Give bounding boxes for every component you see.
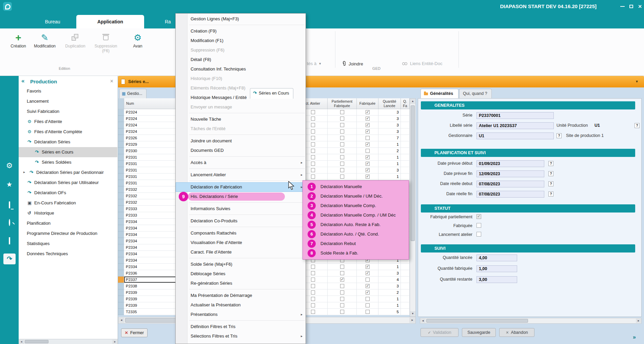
- menu-item-re-generation-series[interactable]: Re-génération Séries: [176, 279, 306, 288]
- joindre-button[interactable]: Joindre: [342, 61, 363, 66]
- avance-button[interactable]: ⚙ Avan: [124, 31, 151, 49]
- sauvegarde-button[interactable]: Sauvegarde: [462, 328, 496, 337]
- tab-application[interactable]: Application: [76, 15, 144, 28]
- atelier-checkbox[interactable]: [311, 149, 315, 153]
- atelier-checkbox[interactable]: [311, 110, 315, 114]
- part-checkbox[interactable]: [340, 117, 344, 121]
- tab-gestion[interactable]: ▦ Gestio...: [119, 89, 147, 98]
- row-header-cell[interactable]: [118, 174, 124, 180]
- part-checkbox[interactable]: [340, 136, 344, 140]
- atelier-checkbox[interactable]: [311, 129, 315, 134]
- atelier-checkbox[interactable]: [311, 265, 315, 269]
- search-icon[interactable]: [0, 220, 19, 226]
- fab-checkbox[interactable]: [366, 265, 370, 269]
- help-button[interactable]: ?: [635, 123, 640, 128]
- atelier-checkbox[interactable]: [311, 271, 315, 275]
- lies-a-dropdown[interactable]: tés à▼: [307, 61, 321, 66]
- date-field[interactable]: 07/08/2023: [476, 191, 544, 198]
- row-header-cell[interactable]: [118, 122, 124, 128]
- abandon-button[interactable]: ✕ Abandon: [499, 328, 534, 337]
- status-checkbox[interactable]: [476, 214, 481, 219]
- part-checkbox[interactable]: [340, 110, 344, 114]
- window-menu-caret-icon[interactable]: ▼: [635, 80, 639, 83]
- row-header-cell[interactable]: [118, 148, 124, 154]
- menu-item-solde-serie-maj-f6[interactable]: Solde Série (Maj+F6): [176, 260, 306, 269]
- atelier-checkbox[interactable]: [311, 168, 315, 172]
- atelier-checkbox[interactable]: [311, 284, 315, 288]
- scroll-down-icon[interactable]: ▼: [410, 311, 415, 317]
- row-header-cell[interactable]: [118, 244, 124, 251]
- atelier-checkbox[interactable]: [311, 303, 315, 307]
- expand-more-icon[interactable]: »: [633, 334, 636, 340]
- row-header-cell[interactable]: [118, 180, 124, 186]
- row-header-cell[interactable]: [118, 270, 124, 277]
- scroll-right-icon[interactable]: ►: [112, 340, 118, 344]
- sidebar-item-suivi-fabrication[interactable]: Suivi Fabrication: [19, 106, 117, 117]
- menu-item-taches-de-l-entite[interactable]: Tâches de l'Entité: [176, 124, 306, 134]
- sidebar-item-en-cours-fabrication[interactable]: ▣En-Cours Fabrication: [19, 198, 117, 208]
- row-header-cell[interactable]: [118, 141, 124, 148]
- menu-item-selections-filtres-et-tris[interactable]: Sélections Filtres et Tris▸: [176, 331, 306, 341]
- row-header-cell[interactable]: [118, 277, 124, 283]
- menu-item-historique-f10[interactable]: Historique (F10): [176, 74, 306, 83]
- submenu-item-declaration-manuelle-um-dec[interactable]: 2Déclaration Manuelle / UM Déc.: [303, 191, 409, 201]
- sidebar-item-series-soldees[interactable]: ↷Séries Soldées: [19, 157, 117, 167]
- table-vscrollbar[interactable]: ▲ ▼: [410, 98, 416, 317]
- tab-bureau[interactable]: Bureau: [29, 15, 76, 28]
- modules-gear-icon[interactable]: ⚙: [0, 161, 19, 170]
- part-checkbox[interactable]: [340, 155, 344, 159]
- sidebar-item-planification[interactable]: Planification: [19, 218, 117, 228]
- fab-checkbox[interactable]: [366, 149, 370, 153]
- close-sidebar-icon[interactable]: ✕: [110, 79, 114, 84]
- submenu-item-declaration-auto-reste-a-fab[interactable]: 5Déclaration Auto. Reste à Fab.: [303, 220, 409, 229]
- row-header-cell[interactable]: [118, 193, 124, 199]
- scroll-left-icon[interactable]: ◄: [118, 318, 124, 323]
- gestionnaire-field[interactable]: U1: [476, 133, 554, 139]
- part-checkbox[interactable]: [340, 265, 344, 269]
- row-header-cell[interactable]: [118, 212, 124, 219]
- fab-checkbox[interactable]: [366, 117, 370, 121]
- menu-item-declaration-de-fabrication[interactable]: Déclaration de Fabrication▸: [176, 182, 306, 192]
- menu-item-caract-file-d-attente[interactable]: Caract. File d'Attente: [176, 247, 306, 257]
- menu-item-composants-rattaches[interactable]: Composants Rattachés: [176, 228, 306, 238]
- sidebar-item-lancement[interactable]: Lancement: [19, 96, 117, 106]
- atelier-checkbox[interactable]: [311, 175, 315, 179]
- sidebar-item-programme-directeur-de-production[interactable]: Programme Directeur de Production: [19, 228, 117, 239]
- atelier-checkbox[interactable]: [311, 117, 315, 121]
- row-header-cell[interactable]: [118, 238, 124, 244]
- menu-item-declaration-co-produits[interactable]: Déclaration Co-Produits: [176, 216, 306, 226]
- row-header-cell[interactable]: [118, 219, 124, 225]
- menu-item-visualisation-file-d-attente[interactable]: Visualisation File d'Attente: [176, 238, 306, 247]
- col-header-quantite-fabriquee[interactable]: Q.Fa: [401, 98, 410, 109]
- menu-item-modification-f1[interactable]: Modification (F1): [176, 36, 306, 45]
- menu-item-consultation-inf-techniques[interactable]: Consultation Inf. Techniques: [176, 64, 306, 74]
- menu-item-acces-a[interactable]: Accès à▸: [176, 158, 306, 167]
- row-header-cell[interactable]: [118, 167, 124, 174]
- sidebar-item-declaration-series-par-gestionnair[interactable]: ▸↷Déclaration Séries par Gestionnair: [19, 167, 117, 178]
- table-corner-cell[interactable]: [118, 98, 124, 109]
- row-header-cell[interactable]: [118, 264, 124, 270]
- menu-item-presentations[interactable]: Présentations▸: [176, 310, 306, 319]
- panel-hscrollbar[interactable]: ◄ ►: [420, 318, 642, 324]
- date-field[interactable]: 07/08/2023: [476, 181, 544, 187]
- atelier-checkbox[interactable]: [311, 162, 315, 166]
- help-button[interactable]: ?: [548, 181, 553, 186]
- sidebar-item-statistiques[interactable]: Statistiques: [19, 239, 117, 249]
- menu-item-informations-suivies[interactable]: Informations Suivies: [176, 204, 306, 214]
- row-header-cell[interactable]: [118, 128, 124, 135]
- status-checkbox[interactable]: [476, 232, 481, 237]
- maximize-icon[interactable]: [629, 5, 633, 8]
- part-checkbox[interactable]: [340, 162, 344, 166]
- liens-entite-doc-button[interactable]: Liens Entité-Doc: [402, 61, 442, 66]
- sidebar-item-declaration-series[interactable]: ↷Déclaration Séries: [19, 137, 117, 147]
- row-header-cell[interactable]: [118, 257, 124, 264]
- part-checkbox[interactable]: [340, 310, 344, 314]
- part-checkbox[interactable]: [340, 303, 344, 307]
- help-button[interactable]: ?: [548, 191, 553, 197]
- qty-field[interactable]: 1,00: [476, 265, 517, 272]
- submenu-item-declaration-manuelle[interactable]: 1Déclaration Manuelle: [303, 182, 409, 191]
- production-module-icon[interactable]: ↷: [3, 254, 16, 264]
- menu-item-detail-f8[interactable]: Détail (F8): [176, 55, 306, 64]
- serie-field[interactable]: P23370001: [476, 112, 554, 119]
- fab-checkbox[interactable]: [366, 110, 370, 114]
